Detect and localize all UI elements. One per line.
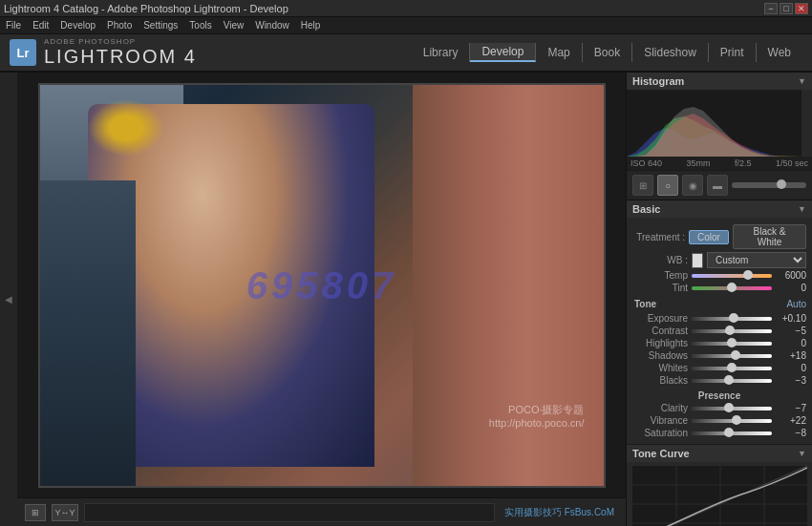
tone-curve-content [627,462,812,526]
nav-print[interactable]: Print [709,43,757,62]
menu-edit[interactable]: Edit [32,20,49,31]
tone-curve-header[interactable]: Tone Curve ▼ [627,445,812,462]
basic-header[interactable]: Basic ▼ [627,200,812,218]
menu-tools[interactable]: Tools [189,20,211,31]
clarity-slider[interactable] [692,407,772,410]
logo-area: Lr ADOBE PHOTOSHOP LIGHTROOM 4 [10,38,197,68]
clarity-value: −7 [776,403,806,413]
highlights-slider[interactable] [692,342,772,346]
photo-frame: 695807 POCO·摄影专题 http://photo.poco.cn/ [38,83,606,488]
nav-library[interactable]: Library [412,43,471,62]
right-panel[interactable]: Histogram ▼ [626,73,812,526]
top-navigation: Lr ADOBE PHOTOSHOP LIGHTROOM 4 Library D… [0,34,812,73]
menu-settings[interactable]: Settings [143,20,178,31]
main-photo: 695807 POCO·摄影专题 http://photo.poco.cn/ [40,85,604,486]
close-button[interactable]: ✕ [795,3,808,14]
view-mode-btn[interactable]: ⊞ [25,504,46,521]
vibrance-label: Vibrance [632,415,688,426]
saturation-slider[interactable] [692,431,772,435]
tint-row: Tint 0 [632,283,806,293]
clarity-row: Clarity −7 [632,403,806,413]
photo-flowers [88,99,164,157]
vibrance-slider[interactable] [692,419,772,423]
exposure-slider[interactable] [692,317,772,321]
titlebar-title: Lightroom 4 Catalog - Adobe Photoshop Li… [4,3,288,14]
highlights-row: Highlights 0 [632,338,806,348]
tint-thumb [727,283,737,292]
wb-row: WB : Custom As Shot Auto [632,252,806,268]
vibrance-row: Vibrance +22 [632,415,806,426]
bottom-bar: ⊞ Y↔Y 实用摄影技巧 FsBus.CoM [17,497,626,526]
crop-tool[interactable]: ⊞ [632,175,653,196]
contrast-slider[interactable] [692,329,772,333]
wb-label: WB : [632,255,688,265]
temp-thumb [743,270,753,280]
shutter-label: 1/50 sec [776,158,808,168]
menu-window[interactable]: Window [255,20,289,31]
auto-button[interactable]: Auto [786,299,806,309]
highlights-value: 0 [776,338,806,348]
histogram-info: ISO 640 35mm f/2.5 1/50 sec [627,157,812,170]
left-panel-label: ◀ [4,294,14,305]
tool-slider[interactable] [732,182,806,188]
histogram-title: Histogram [632,75,684,87]
maximize-button[interactable]: □ [780,3,793,14]
nav-map[interactable]: Map [536,43,582,62]
basic-title: Basic [632,203,660,215]
menu-develop[interactable]: Develop [60,20,96,31]
tint-label: Tint [632,283,688,293]
menu-help[interactable]: Help [301,20,321,31]
exposure-thumb [729,313,738,323]
menu-photo[interactable]: Photo [107,20,132,31]
redeye-tool[interactable]: ◉ [682,175,703,196]
nav-slideshow[interactable]: Slideshow [632,43,709,62]
titlebar: Lightroom 4 Catalog - Adobe Photoshop Li… [0,0,812,17]
exposure-row: Exposure +0.10 [632,313,806,324]
temp-row: Temp 6000 [632,270,806,281]
histogram-section: Histogram ▼ [627,73,812,171]
wb-eyedropper[interactable] [692,253,703,268]
contrast-thumb [725,326,735,335]
shadows-row: Shadows +18 [632,350,806,361]
whites-row: Whites 0 [632,363,806,373]
whites-slider[interactable] [692,367,772,370]
photo-area: 695807 POCO·摄影专题 http://photo.poco.cn/ ⊞… [17,73,626,526]
treatment-label: Treatment : [632,232,685,242]
whites-thumb [727,363,737,372]
filmstrip[interactable] [84,503,495,522]
histogram-header[interactable]: Histogram ▼ [627,73,812,90]
blacks-slider[interactable] [692,379,772,383]
wb-select[interactable]: Custom As Shot Auto [707,252,806,268]
vibrance-value: +22 [776,415,806,426]
photo-street [40,180,136,486]
menubar: File Edit Develop Photo Settings Tools V… [0,17,812,34]
shadows-slider[interactable] [692,354,772,358]
bottom-watermark: 实用摄影技巧 FsBus.CoM [501,504,618,521]
color-button[interactable]: Color [689,230,729,244]
zoom-fit-btn[interactable]: Y↔Y [52,504,78,521]
nav-web[interactable]: Web [757,43,802,62]
presence-label: Presence [696,389,742,403]
lr-logo: Lr [10,39,36,66]
contrast-label: Contrast [632,326,688,336]
menu-file[interactable]: File [6,20,21,31]
iso-label: ISO 640 [630,158,662,168]
saturation-thumb [724,428,734,437]
temp-value: 6000 [776,270,806,281]
basic-chevron: ▼ [798,204,806,214]
tint-slider[interactable] [692,286,772,290]
whites-label: Whites [632,363,688,373]
temp-slider[interactable] [692,274,772,278]
minimize-button[interactable]: − [764,3,778,14]
grad-filter-tool[interactable]: ▬ [707,175,728,196]
bw-button[interactable]: Black & White [733,224,806,249]
exposure-value: +0.10 [776,313,806,324]
spot-heal-tool[interactable]: ○ [657,175,678,196]
nav-develop[interactable]: Develop [470,43,536,62]
blacks-label: Blacks [632,375,688,386]
menu-view[interactable]: View [224,20,245,31]
lightroom-title: LIGHTROOM 4 [44,46,197,68]
blacks-thumb [724,375,734,385]
presence-header: Presence [632,389,806,401]
nav-book[interactable]: Book [583,43,632,62]
